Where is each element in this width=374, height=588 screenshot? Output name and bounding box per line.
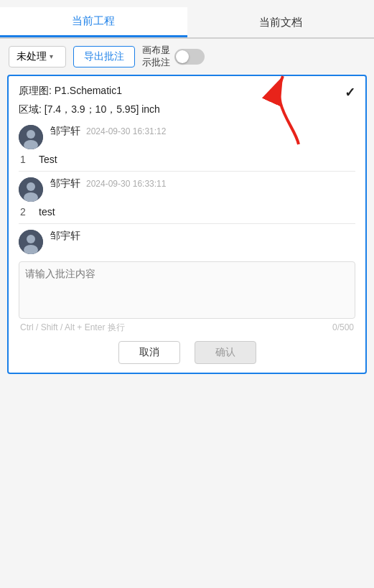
annotation-title: 原理图: P1.Schematic1	[19, 85, 122, 98]
status-label: 未处理	[17, 50, 47, 63]
export-button[interactable]: 导出批注	[73, 46, 135, 67]
comment-meta-2: 邹宇轩 2024-09-30 16:33:11	[50, 177, 166, 190]
action-buttons-row: 取消 确认	[19, 341, 355, 364]
confirm-button[interactable]: 确认	[195, 341, 256, 364]
toggle-knob	[176, 50, 189, 63]
canvas-display-toggle-wrapper: 画布显 示批注	[142, 45, 205, 69]
svg-point-8	[27, 235, 35, 243]
comment-author-row-1: 邹宇轩 2024-09-30 16:31:12	[50, 125, 166, 138]
cancel-button[interactable]: 取消	[118, 341, 180, 364]
comment-author-2: 邹宇轩	[50, 177, 80, 190]
main-panel: 原理图: P1.Schematic1 ✓ 区域: [7.4，3.9；10，5.9…	[7, 75, 367, 374]
divider-1	[19, 171, 355, 172]
dropdown-caret-icon: ▾	[50, 52, 53, 60]
comment-number-1: 1	[20, 154, 32, 165]
input-hint-text: Ctrl / Shift / Alt + Enter 换行	[20, 322, 125, 334]
avatar-3	[19, 230, 43, 254]
comment-time-2: 2024-09-30 16:33:11	[86, 179, 166, 189]
comment-entry-1: 邹宇轩 2024-09-30 16:31:12	[19, 125, 355, 149]
avatar-2	[19, 177, 43, 202]
comment-number-2: 2	[20, 206, 32, 218]
comment-meta-1: 邹宇轩 2024-09-30 16:31:12	[50, 125, 166, 138]
svg-point-5	[27, 182, 35, 191]
comment-time-1: 2024-09-30 16:31:12	[86, 126, 166, 136]
comment-meta-3: 邹宇轩	[50, 230, 80, 243]
tabs-row: 当前工程 当前文档	[0, 7, 374, 39]
comment-author-3: 邹宇轩	[50, 230, 80, 243]
svg-point-2	[27, 130, 35, 139]
divider-2	[19, 223, 355, 224]
toolbar-row: 未处理 ▾ 导出批注 画布显 示批注	[0, 39, 374, 75]
comment-input[interactable]	[19, 261, 355, 319]
char-count: 0/500	[332, 322, 354, 332]
input-hint-row: Ctrl / Shift / Alt + Enter 换行 0/500	[19, 322, 355, 334]
status-dropdown[interactable]: 未处理 ▾	[9, 46, 66, 67]
canvas-display-label: 画布显 示批注	[142, 45, 170, 69]
annotation-header: 原理图: P1.Schematic1 ✓	[19, 85, 355, 101]
comment-author-row-3: 邹宇轩	[50, 230, 80, 243]
input-section: Ctrl / Shift / Alt + Enter 换行 0/500	[19, 261, 355, 334]
comment-text-2: test	[39, 206, 55, 218]
comment-text-1: Test	[39, 154, 57, 165]
comment-entry-3: 邹宇轩	[19, 230, 355, 254]
comment-entry-2: 邹宇轩 2024-09-30 16:33:11	[19, 177, 355, 202]
comment-number-row-2: 2 test	[19, 206, 355, 218]
checkmark-icon: ✓	[345, 85, 355, 101]
avatar-1	[19, 125, 43, 149]
app-container: 当前工程 当前文档 未处理 ▾ 导出批注 画布显 示批注	[0, 0, 374, 588]
tab-current-project[interactable]: 当前工程	[0, 7, 187, 37]
comment-number-row-1: 1 Test	[19, 154, 355, 165]
comment-author-1: 邹宇轩	[50, 125, 80, 138]
canvas-display-toggle[interactable]	[174, 49, 205, 65]
comment-author-row-2: 邹宇轩 2024-09-30 16:33:11	[50, 177, 166, 190]
annotation-region: 区域: [7.4，3.9；10，5.95] inch	[19, 103, 355, 116]
tab-current-document[interactable]: 当前文档	[187, 7, 375, 37]
